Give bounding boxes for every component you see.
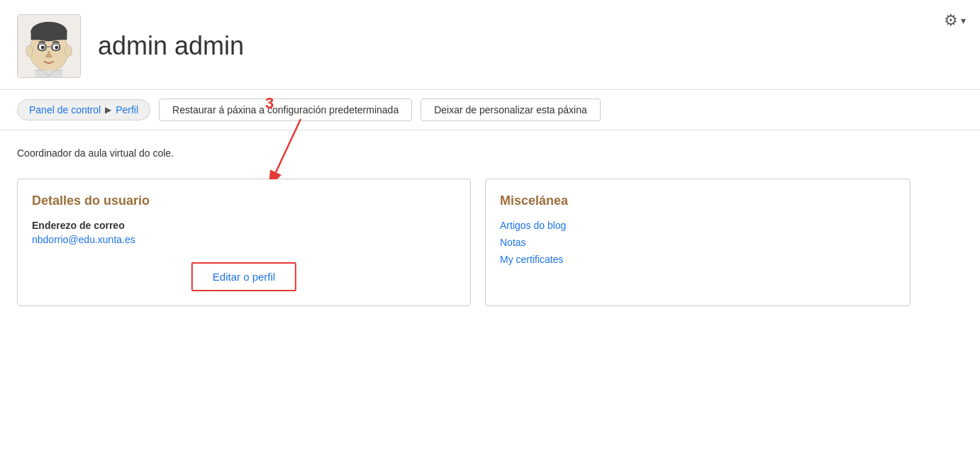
miscellanea-card: Miscelánea Artigos do blog Notas My cert… (485, 179, 911, 306)
gear-icon[interactable]: ⚙ (944, 11, 958, 30)
breadcrumb-sep: ▶ (105, 105, 111, 115)
header-right: ⚙ ▾ (944, 11, 966, 30)
svg-rect-10 (35, 70, 62, 78)
avatar (17, 14, 81, 78)
stop-customize-button[interactable]: Deixar de personalizar esta páxina (421, 99, 601, 121)
dropdown-arrow[interactable]: ▾ (961, 15, 966, 26)
email-label: Enderezo de correo (32, 220, 456, 231)
toolbar: Panel de control ▶ Perfil Restaurar á pá… (0, 90, 980, 130)
breadcrumb-current: Perfil (116, 104, 138, 116)
svg-point-6 (41, 46, 45, 50)
description: Coordinador da aula virtual do cole. (17, 147, 963, 159)
miscellanea-title: Miscelánea (500, 193, 896, 208)
email-value[interactable]: nbdorrio@edu.xunta.es (32, 234, 135, 245)
avatar-image (18, 14, 80, 78)
user-name: admin admin (98, 31, 244, 61)
user-details-card: Detalles do usuario Enderezo de correo n… (17, 179, 471, 306)
restore-button[interactable]: Restaurar á páxina a configuración prede… (159, 99, 412, 121)
svg-point-8 (26, 45, 33, 57)
breadcrumb-home: Panel de control (29, 104, 101, 116)
user-details-title: Detalles do usuario (32, 193, 456, 208)
edit-profile-button[interactable]: Editar o perfil (191, 262, 296, 291)
breadcrumb[interactable]: Panel de control ▶ Perfil (17, 99, 150, 120)
svg-rect-3 (31, 30, 67, 40)
avatar-area: admin admin (17, 14, 244, 78)
cards-row: Detalles do usuario Enderezo de correo n… (17, 179, 963, 306)
misc-link-notes[interactable]: Notas (500, 237, 896, 248)
misc-link-certificates[interactable]: My certificates (500, 254, 896, 265)
misc-link-blog[interactable]: Artigos do blog (500, 220, 896, 231)
email-field-group: Enderezo de correo nbdorrio@edu.xunta.es (32, 220, 456, 245)
main-content: Coordinador da aula virtual do cole. Det… (0, 130, 980, 306)
page-wrapper: admin admin ⚙ ▾ Panel de control ▶ Perfi… (0, 0, 980, 472)
svg-point-9 (65, 45, 72, 57)
svg-point-7 (55, 46, 58, 50)
header: admin admin ⚙ ▾ (0, 0, 980, 90)
